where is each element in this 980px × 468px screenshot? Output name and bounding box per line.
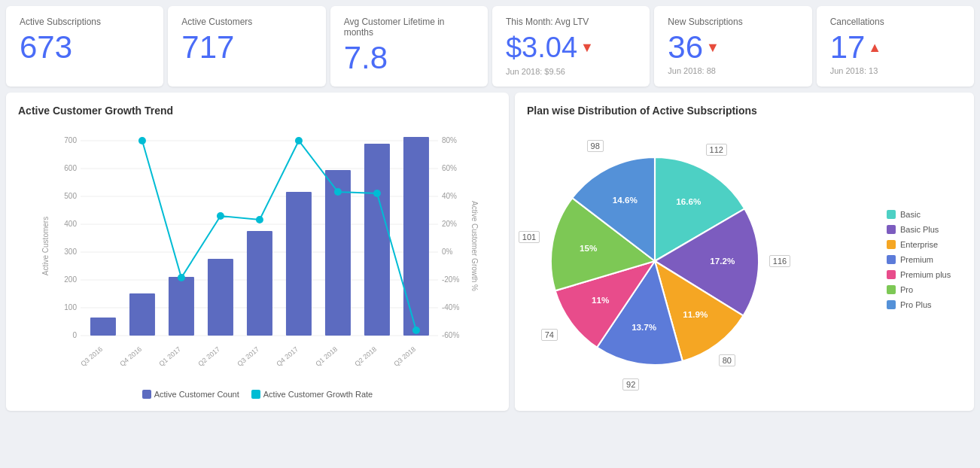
svg-text:0: 0 <box>72 331 77 339</box>
svg-text:Active Customer Growth %: Active Customer Growth % <box>470 201 479 291</box>
legend-item-premium-plus: Premium plus <box>887 270 962 279</box>
card-cancellations: Cancellations 17 ▲ Jun 2018: 13 <box>817 6 974 87</box>
svg-text:-40%: -40% <box>442 303 459 311</box>
card-label: Active Subscriptions <box>20 17 150 27</box>
bar-chart-svg: 700 600 500 400 300 200 100 0 Active Cus… <box>18 126 497 381</box>
legend-item-enterprise: Enterprise <box>887 240 962 249</box>
svg-text:Q3 2016: Q3 2016 <box>79 345 104 368</box>
card-value: 673 <box>20 32 150 63</box>
svg-text:200: 200 <box>64 275 77 284</box>
legend-item-basic-plus: Basic Plus <box>887 225 962 234</box>
svg-text:Q1 2017: Q1 2017 <box>157 345 182 368</box>
legend-color-count <box>142 390 151 399</box>
legend-label-pro-plus: Pro Plus <box>900 300 932 309</box>
svg-text:Q3 2018: Q3 2018 <box>392 345 417 368</box>
pie-outer-count: 112 <box>706 144 727 156</box>
pie-outer-count: 92 <box>622 378 639 391</box>
legend-label-premium-plus: Premium plus <box>900 270 951 279</box>
card-value: 17 <box>830 32 866 63</box>
pie-outer-count: 101 <box>519 231 540 243</box>
legend-item-basic: Basic <box>887 210 962 219</box>
card-label: Cancellations <box>830 17 960 27</box>
top-cards-row: Active Subscriptions 673 Active Customer… <box>6 6 974 87</box>
bar-q3-2017 <box>247 231 272 336</box>
dot-q3-2018 <box>412 327 420 334</box>
card-avg-lifetime: Avg Customer Lifetime in months 7.8 <box>330 6 488 87</box>
legend-label-basic-plus: Basic Plus <box>900 225 939 234</box>
arrow-up-icon: ▲ <box>868 40 881 56</box>
legend-item-pro-plus: Pro Plus <box>887 300 962 309</box>
legend-label-premium: Premium <box>900 255 933 264</box>
card-sub: Jun 2018: $9.56 <box>506 67 636 76</box>
pie-chart-card: Plan wise Distribution of Active Subscri… <box>515 93 974 411</box>
svg-text:700: 700 <box>64 136 77 144</box>
svg-text:Q4 2017: Q4 2017 <box>275 345 300 368</box>
svg-text:60%: 60% <box>442 164 457 172</box>
svg-text:Active Customers: Active Customers <box>41 217 50 275</box>
legend-dot-basic-plus <box>887 225 896 234</box>
legend-item-growth: Active Customer Growth Rate <box>251 390 373 399</box>
dot-q4-2016 <box>138 137 146 144</box>
bar-chart-card: Active Customer Growth Trend 700 600 500 <box>6 93 509 411</box>
card-value-row: 17 ▲ <box>830 32 960 63</box>
pie-outer-count: 74 <box>541 329 558 341</box>
bar-q3-2016 <box>90 318 116 336</box>
card-value: 36 <box>668 32 703 63</box>
card-active-subscriptions: Active Subscriptions 673 <box>6 6 163 87</box>
legend-label-pro: Pro <box>900 285 913 294</box>
legend-dot-premium <box>887 255 896 264</box>
svg-text:Q2 2018: Q2 2018 <box>353 345 378 368</box>
svg-text:300: 300 <box>64 248 77 256</box>
svg-text:Q3 2017: Q3 2017 <box>236 345 260 368</box>
card-value: 717 <box>181 32 312 63</box>
arrow-down-icon: ▼ <box>706 40 720 56</box>
svg-text:0%: 0% <box>442 248 453 256</box>
card-avg-ltv: This Month: Avg LTV $3.04 ▼ Jun 2018: $9… <box>492 6 650 87</box>
bar-q4-2017 <box>286 192 312 336</box>
pie-outer-count: 80 <box>719 354 735 366</box>
bar-q1-2017 <box>169 277 194 336</box>
svg-text:500: 500 <box>64 192 77 200</box>
card-label: Active Customers <box>181 17 312 27</box>
card-sub: Jun 2018: 88 <box>668 66 798 75</box>
bar-chart-container: 700 600 500 400 300 200 100 0 Active Cus… <box>18 126 497 384</box>
legend-dot-pro-plus <box>887 300 896 309</box>
svg-text:20%: 20% <box>442 220 457 228</box>
legend-label-basic: Basic <box>900 210 921 219</box>
legend-label-enterprise: Enterprise <box>900 240 938 249</box>
legend-color-growth <box>251 390 260 399</box>
bar-chart-title: Active Customer Growth Trend <box>18 105 497 117</box>
dot-q3-2017 <box>256 216 263 223</box>
card-label: This Month: Avg LTV <box>506 17 636 27</box>
svg-text:100: 100 <box>64 303 77 311</box>
card-active-customers: Active Customers 717 <box>168 6 325 87</box>
pie-outer-count: 116 <box>769 255 790 267</box>
svg-text:Q4 2016: Q4 2016 <box>118 345 143 368</box>
dot-q2-2018 <box>373 190 381 197</box>
legend-item-count: Active Customer Count <box>142 390 239 399</box>
arrow-down-icon: ▼ <box>580 40 594 56</box>
dot-q4-2017 <box>295 137 303 144</box>
pie-legend: Basic Basic Plus Enterprise Premium <box>887 210 962 315</box>
pie-outer-count: 98 <box>587 140 604 152</box>
svg-text:-20%: -20% <box>442 275 459 284</box>
bar-chart-legend: Active Customer Count Active Customer Gr… <box>18 390 497 399</box>
svg-text:400: 400 <box>64 220 77 228</box>
svg-text:600: 600 <box>64 164 77 172</box>
svg-text:Q1 2018: Q1 2018 <box>314 345 339 368</box>
card-value-row: $3.04 ▼ <box>506 32 636 64</box>
bottom-section: Active Customer Growth Trend 700 600 500 <box>6 93 974 411</box>
bar-q2-2018 <box>364 144 390 336</box>
svg-text:80%: 80% <box>442 136 457 144</box>
bar-q3-2018 <box>403 137 429 336</box>
dot-q1-2018 <box>334 188 342 196</box>
bar-q4-2016 <box>129 293 155 336</box>
svg-text:Q2 2017: Q2 2017 <box>196 345 221 368</box>
pie-outer-labels: 11211680927410198 <box>527 133 783 389</box>
card-value-row: 36 ▼ <box>668 32 798 63</box>
legend-item-pro: Pro <box>887 285 962 294</box>
pie-svg-container: 16.6%17.2%11.9%13.7%11%15%14.6% 11211680… <box>527 133 875 391</box>
pie-chart-section: 16.6%17.2%11.9%13.7%11%15%14.6% 11211680… <box>527 126 962 399</box>
legend-dot-enterprise <box>887 240 896 249</box>
dot-q1-2017 <box>178 274 185 281</box>
